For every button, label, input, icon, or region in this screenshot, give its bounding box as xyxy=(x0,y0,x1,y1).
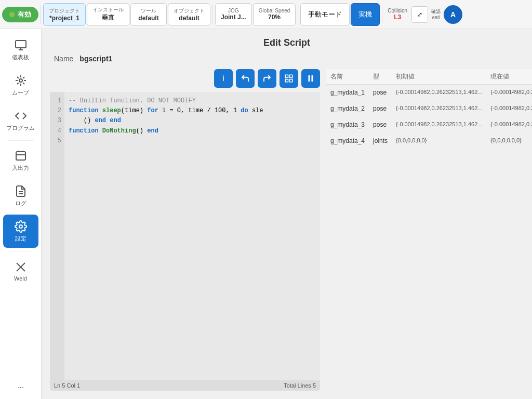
col-type: 型 xyxy=(369,69,392,85)
var-initial: {-0.00014982,0.26232513,1.462... xyxy=(392,117,486,133)
sidebar-item-io[interactable]: 入出力 xyxy=(3,144,38,177)
confirm-group[interactable]: 確認 66ff xyxy=(429,8,443,20)
svg-line-8 xyxy=(17,76,18,78)
sidebar-separator xyxy=(8,140,34,141)
object-value: default xyxy=(179,15,199,22)
confirm-value: 66ff xyxy=(432,15,440,20)
sidebar-item-io-label: 入出力 xyxy=(12,164,29,172)
var-current: {-0.00014982,0.26232513,1.462... xyxy=(486,117,532,133)
total-lines: Total Lines 5 xyxy=(284,382,316,389)
status-label: 有効 xyxy=(18,10,31,19)
separator4 xyxy=(382,5,382,24)
sidebar-item-log-label: ログ xyxy=(15,200,26,207)
sidebar-item-settings[interactable]: 設定 xyxy=(3,215,38,248)
var-name: g_mydata_4 xyxy=(326,133,369,149)
tool-group[interactable]: ツール default xyxy=(130,3,167,26)
jog-group[interactable]: JOG Joint J... xyxy=(215,3,252,26)
undo-button[interactable] xyxy=(236,69,255,88)
separator xyxy=(41,5,41,24)
svg-rect-0 xyxy=(16,41,26,48)
grid-icon xyxy=(284,74,294,83)
var-initial: {-0.00014982,0.26232513,1.462... xyxy=(392,101,486,117)
page-title: Edit Script xyxy=(50,37,524,48)
weld-icon xyxy=(15,261,27,273)
svg-rect-24 xyxy=(290,79,292,82)
project-label: プロジェクト xyxy=(49,7,80,15)
code-editor-container: i xyxy=(50,69,320,391)
variables-table: 名前 型 初期値 現在値 g_mydata_1 pose {-0.0001498… xyxy=(326,69,532,149)
sidebar-item-program-label: プログラム xyxy=(6,124,35,132)
separator2 xyxy=(212,5,213,24)
svg-rect-23 xyxy=(285,79,288,82)
project-value: *project_1 xyxy=(49,15,79,22)
expand-button[interactable]: ⤢ xyxy=(411,6,428,23)
more-icon: ... xyxy=(17,381,24,390)
grid-button[interactable] xyxy=(280,69,298,88)
col-name: 名前 xyxy=(326,69,369,85)
status-bar: Ln 5 Col 1 Total Lines 5 xyxy=(50,380,320,391)
svg-rect-25 xyxy=(309,75,310,82)
sidebar-item-dashboard[interactable]: 儀表板 xyxy=(3,33,38,66)
object-group[interactable]: オブジェクト default xyxy=(168,3,210,26)
code-editor[interactable]: 12345 -- Builtin function. DO NOT MODIFY… xyxy=(50,92,320,380)
code-line-5 xyxy=(69,146,316,156)
table-row[interactable]: g_mydata_2 pose {-0.00014982,0.26232513,… xyxy=(326,101,532,117)
real-button[interactable]: 実機 xyxy=(351,3,380,26)
svg-rect-26 xyxy=(312,75,313,82)
confirm-label: 確認 xyxy=(431,8,441,15)
table-row[interactable]: g_mydata_1 pose {-0.00014982,0.26232513,… xyxy=(326,85,532,101)
global-speed-group[interactable]: Global Speed 70% xyxy=(253,3,296,26)
var-name: g_mydata_2 xyxy=(326,101,369,117)
line-numbers: 12345 xyxy=(50,92,64,380)
svg-line-10 xyxy=(23,76,24,78)
col-initial: 初期値 xyxy=(392,69,486,85)
code-content[interactable]: -- Builtin function. DO NOT MODIFY funct… xyxy=(64,92,320,380)
tool-label: ツール xyxy=(141,7,156,15)
sidebar-item-move[interactable]: ムーブ xyxy=(3,69,38,102)
project-group[interactable]: プロジェクト *project_1 xyxy=(43,3,86,26)
info-button[interactable]: i xyxy=(214,69,233,88)
sidebar-item-dashboard-label: 儀表板 xyxy=(12,54,29,61)
cursor-position: Ln 5 Col 1 xyxy=(54,382,80,389)
monitor-icon xyxy=(15,39,27,51)
table-row[interactable]: g_mydata_3 pose {-0.00014982,0.26232513,… xyxy=(326,117,532,133)
sidebar: 儀表板 ムーブ プログラム 入出力 xyxy=(0,29,42,399)
sidebar-item-move-label: ムーブ xyxy=(12,89,29,97)
variables-panel: 名前 型 初期値 現在値 g_mydata_1 pose {-0.0001498… xyxy=(326,69,524,391)
sidebar-item-weld[interactable]: Weld xyxy=(3,255,38,288)
collision-value: L3 xyxy=(394,14,401,21)
gear-icon xyxy=(15,220,27,233)
object-label: オブジェクト xyxy=(174,7,205,15)
code-line-2: function sleep(time) for i = 0, time / 1… xyxy=(69,106,316,126)
global-speed-label: Global Speed xyxy=(259,8,290,14)
svg-rect-21 xyxy=(285,75,288,77)
table-row[interactable]: g_mydata_4 joints {0,0,0,0,0,0} {0,0,0,0… xyxy=(326,133,532,149)
status-button[interactable]: 有効 xyxy=(2,7,38,22)
svg-point-3 xyxy=(19,79,22,82)
sidebar-item-weld-label: Weld xyxy=(14,275,27,282)
jog-value: Joint J... xyxy=(221,14,246,21)
content-area: Edit Script Name bgscript1 i xyxy=(42,29,532,399)
code-icon xyxy=(15,110,27,122)
svg-rect-12 xyxy=(16,152,25,160)
manual-mode-button[interactable]: 手動モード xyxy=(300,3,350,26)
pause-icon xyxy=(306,74,315,83)
redo-icon xyxy=(262,74,272,83)
pause-button[interactable] xyxy=(301,69,320,88)
name-label: Name xyxy=(54,55,73,63)
var-current: {-0.00014982,0.26232513,1.462... xyxy=(486,101,532,117)
editor-toolbar: i xyxy=(50,69,320,88)
jog-label: JOG xyxy=(228,8,239,14)
sidebar-item-settings-label: 設定 xyxy=(15,235,26,243)
sidebar-more-button[interactable]: ... xyxy=(3,376,38,395)
undo-icon xyxy=(241,74,250,83)
avatar[interactable]: A xyxy=(444,5,462,24)
install-group[interactable]: インストール 垂直 xyxy=(87,3,129,26)
redo-button[interactable] xyxy=(258,69,276,88)
move-icon xyxy=(15,74,27,87)
sidebar-item-log[interactable]: ログ xyxy=(3,179,38,212)
var-current: {0,0,0,0,0,0} xyxy=(486,133,532,149)
name-row: Name bgscript1 xyxy=(50,55,524,63)
collision-label: Collision xyxy=(388,8,407,14)
sidebar-item-program[interactable]: プログラム xyxy=(3,104,38,137)
